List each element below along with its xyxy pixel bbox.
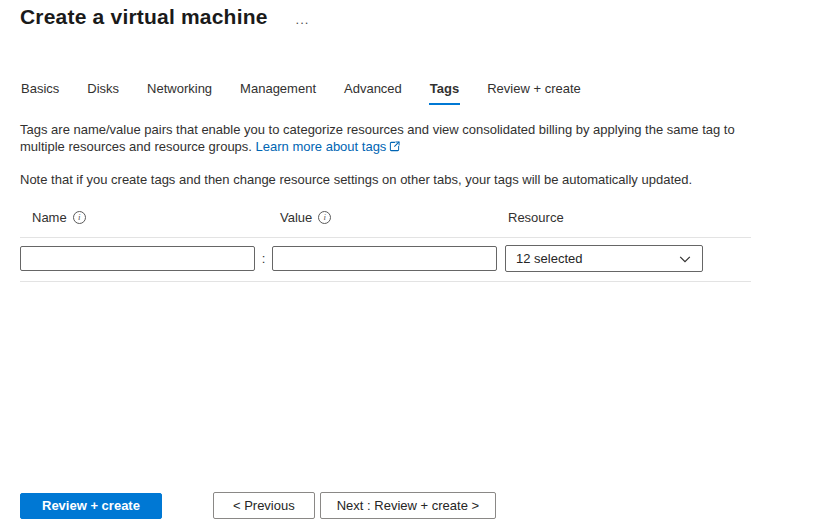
create-vm-page: Create a virtual machine ... Basics Disk…: [0, 5, 819, 282]
previous-button[interactable]: < Previous: [213, 492, 315, 519]
tab-review-create[interactable]: Review + create: [486, 79, 582, 105]
tag-table: Name i Value i Resource : 12 selected: [20, 210, 751, 282]
resource-dropdown-value: 12 selected: [516, 251, 583, 266]
tab-bar: Basics Disks Networking Management Advan…: [20, 79, 799, 105]
tab-networking[interactable]: Networking: [146, 79, 213, 105]
tab-tags[interactable]: Tags: [429, 79, 460, 105]
tag-row: : 12 selected: [20, 237, 751, 282]
page-title: Create a virtual machine: [20, 5, 268, 29]
next-button[interactable]: Next : Review + create >: [320, 492, 496, 519]
wizard-footer: Review + create < Previous Next : Review…: [20, 492, 496, 519]
title-row: Create a virtual machine ...: [20, 5, 799, 29]
tag-name-input[interactable]: [20, 246, 255, 271]
tag-value-input[interactable]: [272, 246, 497, 271]
tab-management[interactable]: Management: [239, 79, 317, 105]
tab-disks[interactable]: Disks: [86, 79, 120, 105]
learn-more-link[interactable]: Learn more about tags: [256, 139, 387, 154]
name-info-icon[interactable]: i: [73, 211, 86, 224]
tags-description: Tags are name/value pairs that enable yo…: [20, 122, 766, 155]
name-value-separator: :: [255, 251, 272, 266]
chevron-down-icon: [678, 252, 692, 266]
review-create-button[interactable]: Review + create: [20, 493, 162, 519]
column-header-value: Value i: [272, 210, 497, 237]
external-link-icon: [389, 141, 400, 152]
tags-note: Note that if you create tags and then ch…: [20, 172, 799, 187]
tab-basics[interactable]: Basics: [20, 79, 60, 105]
column-header-resource: Resource: [505, 210, 703, 237]
resource-dropdown[interactable]: 12 selected: [505, 245, 703, 272]
column-header-name: Name i: [20, 210, 255, 237]
tag-table-header: Name i Value i Resource: [20, 210, 751, 237]
tab-advanced[interactable]: Advanced: [343, 79, 403, 105]
value-info-icon[interactable]: i: [318, 211, 331, 224]
more-actions-icon[interactable]: ...: [296, 12, 310, 27]
